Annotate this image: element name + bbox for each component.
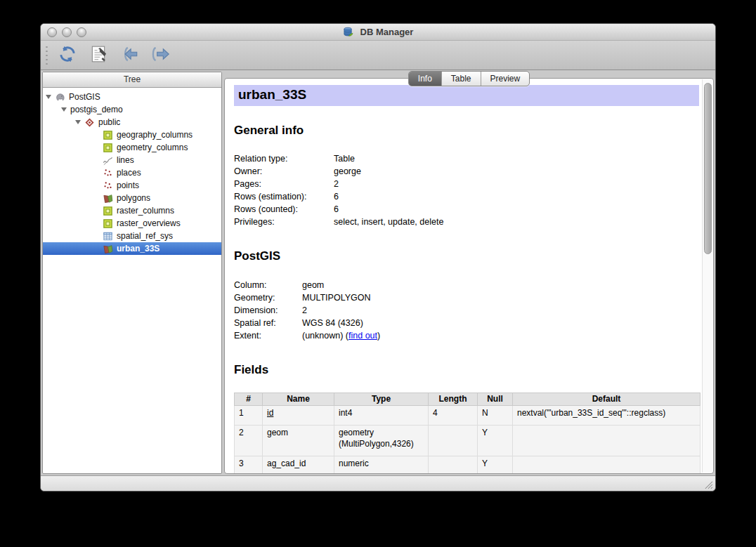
toolbar-drag-handle[interactable]	[45, 45, 48, 66]
disclosure-triangle[interactable]	[75, 120, 81, 124]
tree-item-label: points	[117, 180, 139, 190]
tree-item-label: PostGIS	[69, 92, 100, 102]
tree-item-places[interactable]: places	[43, 166, 221, 179]
window-title: DB Manager	[343, 27, 414, 37]
col-header-name: Name	[263, 393, 334, 406]
tree-item-spatial-ref-sys[interactable]: spatial_ref_sys	[43, 230, 221, 242]
tree-item-label: geometry_columns	[117, 143, 188, 152]
tree-item-label: spatial_ref_sys	[117, 231, 173, 241]
field-name: ag_cad_id	[263, 456, 334, 474]
field-num: 3	[235, 456, 263, 474]
tree-item-postgis-demo[interactable]: postgis_demo	[43, 103, 221, 116]
table-title: urban_33S	[234, 85, 699, 106]
field-default	[513, 426, 700, 456]
vertical-scrollbar[interactable]	[702, 79, 712, 473]
title-bar[interactable]: DB Manager	[41, 24, 715, 41]
info-value: WGS 84 (4326)	[302, 317, 363, 329]
minimize-button[interactable]	[62, 27, 72, 37]
window-title-text: DB Manager	[360, 27, 414, 37]
tree-item-label: urban_33S	[117, 244, 159, 253]
close-button[interactable]	[47, 27, 57, 37]
info-row: Spatial ref: WGS 84 (4326)	[234, 317, 699, 329]
info-label: Relation type:	[234, 152, 334, 165]
postgis-icon	[55, 92, 65, 103]
field-name: id	[263, 406, 334, 426]
tree-item-label: lines	[117, 155, 134, 165]
tree-item-label: raster_columns	[117, 206, 174, 216]
db-manager-icon	[343, 27, 353, 37]
field-length	[429, 456, 478, 474]
col-header-length: Length	[429, 393, 478, 406]
point-layer-icon	[103, 180, 113, 191]
col-header-num: #	[235, 393, 263, 406]
info-row-extent: Extent: (unknown) (find out)	[234, 329, 699, 342]
info-document: urban_33S General info Relation type: Ta…	[225, 79, 701, 473]
line-layer-icon	[103, 155, 113, 166]
field-name: geom	[263, 426, 334, 456]
info-label: Dimension:	[234, 304, 302, 317]
info-label: Privileges:	[234, 216, 334, 228]
sql-window-button[interactable]	[88, 45, 109, 66]
point-layer-icon	[103, 168, 113, 178]
extent-prefix: (unknown) (	[302, 331, 348, 341]
tree-item-points[interactable]: points	[43, 179, 221, 192]
col-header-type: Type	[334, 393, 429, 406]
tree-item-polygons[interactable]: polygons	[43, 192, 221, 204]
tab-table[interactable]: Table	[442, 72, 481, 86]
traffic-lights	[47, 27, 86, 37]
tab-preview[interactable]: Preview	[481, 72, 530, 86]
info-row: Rows (estimation): 6	[234, 190, 699, 203]
info-value: select, insert, update, delete	[334, 216, 443, 228]
info-value: george	[334, 165, 361, 178]
tree-item-label: postgis_demo	[70, 105, 123, 114]
resize-grip-icon[interactable]	[704, 480, 713, 489]
info-row: Privileges: select, insert, update, dele…	[234, 216, 699, 228]
info-value: (unknown) (find out)	[302, 329, 380, 342]
field-row: 2 geom geometry (MultiPolygon,4326) Y	[235, 426, 700, 456]
info-value: 2	[302, 304, 307, 317]
info-row: Column: geom	[234, 279, 699, 291]
tree-item-raster-overviews[interactable]: raster_overviews	[43, 217, 221, 230]
import-layer-button[interactable]	[119, 45, 140, 66]
import-layer-icon	[119, 45, 139, 66]
field-row: 3 ag_cad_id numeric Y	[235, 456, 700, 474]
info-row: Owner: george	[234, 165, 699, 178]
field-num: 1	[235, 406, 263, 426]
info-label: Spatial ref:	[234, 317, 302, 329]
field-length: 4	[429, 406, 478, 426]
sql-window-icon	[90, 45, 107, 66]
tab-info[interactable]: Info	[409, 72, 442, 86]
extent-suffix: )	[377, 331, 380, 341]
tab-strip: Info Table Preview	[224, 71, 714, 86]
tree-item-label: places	[117, 168, 141, 178]
disclosure-triangle[interactable]	[46, 95, 51, 99]
col-header-default: Default	[513, 393, 700, 406]
disclosure-triangle[interactable]	[61, 107, 67, 112]
tree-item-geography-columns[interactable]: geography_columns	[43, 128, 221, 141]
tree-item-label: public	[98, 117, 120, 127]
info-label: Geometry:	[234, 291, 302, 304]
tree-item-lines[interactable]: lines	[43, 154, 221, 166]
field-null: N	[478, 406, 513, 426]
scrollbar-thumb[interactable]	[704, 83, 712, 254]
tree-item-label: geography_columns	[117, 130, 193, 140]
find-out-link[interactable]: find out	[348, 331, 377, 341]
tree-item-public[interactable]: public	[43, 116, 221, 128]
info-value: geom	[302, 279, 324, 291]
info-value: 6	[334, 190, 339, 203]
refresh-button[interactable]	[57, 45, 78, 66]
postgis-section: Column: geom Geometry: MULTIPOLYGON Dime…	[234, 279, 699, 342]
zoom-button[interactable]	[77, 27, 86, 37]
status-bar	[41, 475, 715, 491]
database-tree[interactable]: PostGIS postgis_demo public	[43, 88, 221, 473]
tree-item-raster-columns[interactable]: raster_columns	[43, 204, 221, 217]
tree-item-geometry-columns[interactable]: geometry_columns	[43, 141, 221, 154]
export-layer-button[interactable]	[150, 45, 171, 66]
info-row: Rows (counted): 6	[234, 203, 699, 216]
info-label: Owner:	[234, 165, 334, 178]
tree-item-urban-33s[interactable]: urban_33S	[43, 242, 221, 255]
schema-icon	[84, 117, 95, 128]
tree-item-postgis[interactable]: PostGIS	[43, 91, 221, 103]
fields-heading: Fields	[234, 363, 699, 377]
polygon-layer-icon	[103, 244, 113, 254]
